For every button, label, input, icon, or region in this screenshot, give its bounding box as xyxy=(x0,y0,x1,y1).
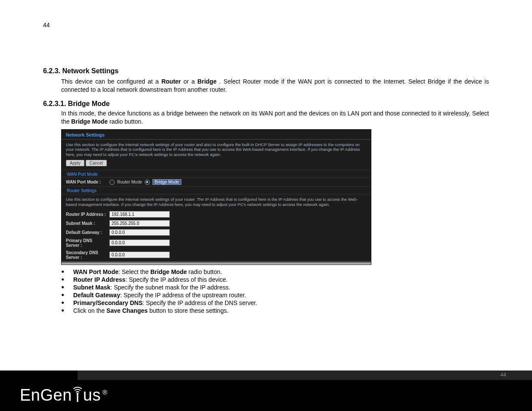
text: or a xyxy=(184,78,197,85)
panel-title: Network Settings xyxy=(62,130,371,140)
subnet-mask-input[interactable] xyxy=(109,220,170,227)
wifi-icon xyxy=(73,384,82,403)
panel-note: Use this section to configure the intern… xyxy=(62,140,371,160)
panel-subhead-router: Router Settings xyxy=(62,186,371,194)
brand-text-left: EnGen xyxy=(20,386,72,405)
secondary-dns-label: Secondary DNS Server : xyxy=(66,250,107,260)
subsection-intro: In this mode, the device functions as a … xyxy=(43,109,489,126)
router-mode-radio[interactable] xyxy=(109,180,115,185)
subsection-heading: 6.2.3.1. Bridge Mode xyxy=(43,100,489,108)
text: This device can be configured at a xyxy=(61,78,162,85)
panel-subhead-wan: WAN Port Mode xyxy=(62,170,371,178)
primary-dns-input[interactable] xyxy=(109,240,170,246)
text: button to store these settings. xyxy=(148,307,229,314)
text-bold: Bridge Mode xyxy=(150,268,187,275)
text-bold: Bridge xyxy=(197,78,216,85)
section-heading: 6.2.3. Network Settings xyxy=(43,67,489,75)
cancel-button[interactable]: Cancel xyxy=(86,160,107,166)
page-footer: 44 EnGen us ® xyxy=(0,371,532,411)
text: radio button. xyxy=(187,268,222,275)
panel-note-2: Use this section to configure the intern… xyxy=(62,194,371,210)
router-ip-input[interactable] xyxy=(109,211,170,218)
text: : Specify the IP address of the DNS serv… xyxy=(143,299,257,306)
bullet-list: WAN Port Mode: Select the Bridge Mode ra… xyxy=(43,268,489,314)
router-mode-option[interactable]: Router Mode xyxy=(117,180,142,184)
primary-dns-label: Primary DNS Server : xyxy=(66,238,107,248)
secondary-dns-input[interactable] xyxy=(109,252,170,258)
page-number-top: 44 xyxy=(43,22,489,28)
wan-port-mode-label: WAN Port Mode : xyxy=(66,180,107,184)
list-item: Subnet Mask: Specify the subnet mask for… xyxy=(61,284,489,291)
list-item: Click on the Save Changes button to stor… xyxy=(61,307,489,314)
bridge-mode-radio[interactable] xyxy=(145,180,150,185)
list-item: Router IP Address: Specify the IP addres… xyxy=(61,276,489,283)
registered-trademark-icon: ® xyxy=(103,389,108,396)
page-number-bottom: 44 xyxy=(501,372,506,378)
brand-logo: EnGen us ® xyxy=(20,386,108,405)
default-gateway-label: Default Gateway : xyxy=(66,230,107,235)
list-item: Default Gateway: Specify the IP address … xyxy=(61,292,489,299)
list-item: Primary/Secondary DNS: Specify the IP ad… xyxy=(61,299,489,306)
bridge-mode-option[interactable]: Bridge Mode xyxy=(152,179,181,185)
text-bold: Subnet Mask xyxy=(73,284,110,291)
text-bold: Default Gateway xyxy=(73,292,120,299)
torn-edge xyxy=(62,261,371,265)
text: : Specify the subnet mask for the IP add… xyxy=(110,284,230,291)
text-bold: Primary/Secondary DNS xyxy=(73,299,143,306)
text: radio button. xyxy=(109,118,143,125)
text: : Select the xyxy=(118,268,150,275)
text: : Specify the IP address of this device. xyxy=(125,276,227,283)
text: : Specify the IP address of the upstream… xyxy=(120,292,246,299)
section-intro: This device can be configured at a Route… xyxy=(43,78,489,94)
text: Click on the xyxy=(73,307,106,314)
text-bold: Router xyxy=(162,78,181,85)
settings-panel-screenshot: Network Settings Use this section to con… xyxy=(61,129,371,265)
brand-text-right: us xyxy=(83,386,101,405)
default-gateway-input[interactable] xyxy=(109,229,170,236)
subnet-mask-label: Subnet Mask : xyxy=(66,221,107,226)
text-bold: Save Changes xyxy=(106,307,148,314)
text-bold: Bridge Mode xyxy=(71,118,108,125)
list-item: WAN Port Mode: Select the Bridge Mode ra… xyxy=(61,268,489,275)
text-bold: Router IP Address xyxy=(73,276,125,283)
text-bold: WAN Port Mode xyxy=(73,268,118,275)
router-ip-label: Router IP Address : xyxy=(66,212,107,217)
apply-button[interactable]: Apply xyxy=(66,160,84,166)
svg-rect-1 xyxy=(77,394,78,402)
